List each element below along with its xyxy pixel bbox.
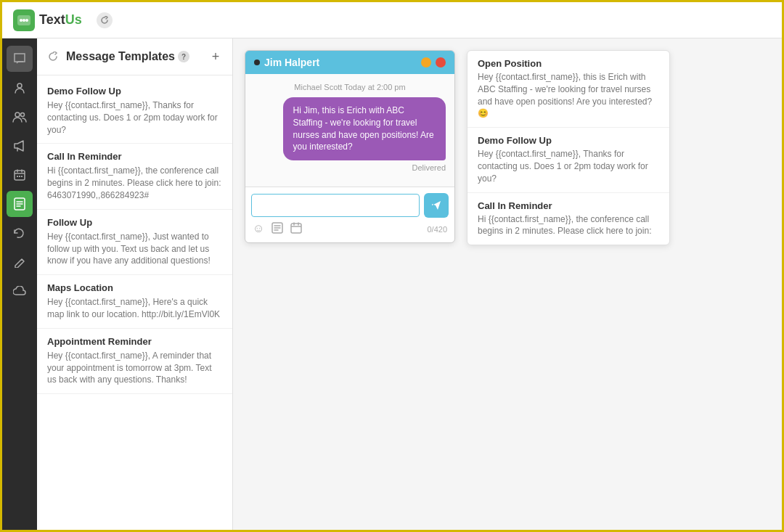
dropdown-item[interactable]: Call In Reminder Hi {{contact.first_name… xyxy=(467,193,669,245)
template-item[interactable]: Appointment Reminder ✏ 🗑 Hey {{contact.f… xyxy=(37,329,232,394)
chat-container: Jim Halpert Michael Scott Today at 2:00 … xyxy=(245,50,770,245)
template-name: Follow Up xyxy=(47,217,92,228)
template-name: Maps Location xyxy=(47,282,113,293)
dropdown-item-text: Hi {{contact.first_name}}, the conferenc… xyxy=(478,213,659,238)
top-bar-refresh-button[interactable] xyxy=(97,12,113,28)
template-item[interactable]: Call In Reminder ✏ 🗑 Hi {{contact.first_… xyxy=(37,144,232,209)
sidebar-nav xyxy=(2,38,37,532)
template-edit-icon[interactable]: ✏ xyxy=(200,282,208,293)
templates-info-icon[interactable]: ? xyxy=(178,51,189,62)
nav-item-pencil[interactable] xyxy=(7,249,33,275)
template-delete-icon[interactable]: 🗑 xyxy=(213,217,222,228)
emoji-icon[interactable]: ☺ xyxy=(253,222,264,237)
template-text: Hey {{contact.first_name}}, A reminder t… xyxy=(47,350,222,386)
chat-window-header: Jim Halpert xyxy=(245,51,454,74)
svg-rect-13 xyxy=(291,224,301,233)
message-bubble-sent: Hi Jim, this is Erich with ABC Staffing … xyxy=(283,97,446,160)
templates-refresh-button[interactable] xyxy=(46,49,60,64)
chat-toolbar: ☺ xyxy=(251,222,449,237)
dropdown-item-name: Demo Follow Up xyxy=(478,135,659,146)
char-count: 0/420 xyxy=(427,225,447,234)
dropdown-item-text: Hey {{contact.first_name}}, Thanks for c… xyxy=(478,148,659,184)
template-item-header: Demo Follow Up ✏ 🗑 xyxy=(47,86,222,97)
template-edit-icon[interactable]: ✏ xyxy=(200,336,208,347)
main-layout: Message Templates ? + Demo Follow Up ✏ 🗑 xyxy=(2,38,782,532)
dropdown-item-name: Call In Reminder xyxy=(478,200,659,211)
svg-rect-10 xyxy=(21,176,23,177)
chat-toolbar-left: ☺ xyxy=(253,222,302,237)
logo-icon xyxy=(13,9,35,31)
nav-item-calendar[interactable] xyxy=(7,162,33,188)
template-item-header: Call In Reminder ✏ 🗑 xyxy=(47,151,222,162)
svg-point-4 xyxy=(17,83,22,88)
nav-item-megaphone[interactable] xyxy=(7,133,33,159)
chat-send-button[interactable] xyxy=(424,193,449,218)
message-status: Delivered xyxy=(254,163,446,172)
template-delete-icon[interactable]: 🗑 xyxy=(213,86,222,97)
template-text: Hey {{contact.first_name}}, Here's a qui… xyxy=(47,296,222,321)
svg-point-3 xyxy=(25,19,28,22)
chat-dot xyxy=(254,60,260,65)
dropdown-item-name: Open Position xyxy=(478,58,659,69)
top-bar: TextUs xyxy=(2,2,782,38)
svg-point-6 xyxy=(21,113,25,117)
templates-panel: Message Templates ? + Demo Follow Up ✏ 🗑 xyxy=(37,38,233,532)
logo-text: TextUs xyxy=(39,12,82,28)
svg-point-2 xyxy=(23,19,25,22)
templates-dropdown: Open Position Hey {{contact.first_name}}… xyxy=(467,50,670,245)
close-button[interactable] xyxy=(436,57,446,67)
template-edit-icon[interactable]: ✏ xyxy=(200,86,208,97)
nav-item-templates[interactable] xyxy=(7,191,33,217)
dropdown-item-text: Hey {{contact.first_name}}, this is Eric… xyxy=(478,71,659,120)
template-delete-icon[interactable]: 🗑 xyxy=(213,336,222,347)
nav-item-undo[interactable] xyxy=(7,220,33,246)
chat-contact: Jim Halpert xyxy=(254,57,319,68)
template-delete-icon[interactable]: 🗑 xyxy=(213,282,222,293)
template-item[interactable]: Maps Location ✏ 🗑 Hey {{contact.first_na… xyxy=(37,275,232,329)
nav-item-person[interactable] xyxy=(7,75,33,101)
templates-add-button[interactable]: + xyxy=(208,49,224,65)
template-text: Hey {{contact.first_name}}, Just wanted … xyxy=(47,231,222,267)
template-text: Hey {{contact.first_name}}, Thanks for c… xyxy=(47,99,222,136)
svg-point-1 xyxy=(20,19,23,22)
dropdown-item[interactable]: Demo Follow Up Hey {{contact.first_name}… xyxy=(467,128,669,192)
template-name: Demo Follow Up xyxy=(47,86,121,97)
template-item-header: Maps Location ✏ 🗑 xyxy=(47,282,222,293)
template-item-header: Appointment Reminder ✏ 🗑 xyxy=(47,336,222,347)
template-edit-icon[interactable]: ✏ xyxy=(200,151,208,162)
template-name: Appointment Reminder xyxy=(47,336,152,347)
chat-area: Jim Halpert Michael Scott Today at 2:00 … xyxy=(233,38,782,532)
template-item[interactable]: Follow Up ✏ 🗑 Hey {{contact.first_name}}… xyxy=(37,210,232,275)
chat-messages: Michael Scott Today at 2:00 pm Hi Jim, t… xyxy=(245,74,454,187)
svg-rect-9 xyxy=(19,176,20,177)
templates-list: Demo Follow Up ✏ 🗑 Hey {{contact.first_n… xyxy=(37,75,232,532)
calendar-icon[interactable] xyxy=(290,222,302,237)
template-edit-icon[interactable]: ✏ xyxy=(200,217,208,228)
chat-window: Jim Halpert Michael Scott Today at 2:00 … xyxy=(245,50,455,243)
templates-header: Message Templates ? + xyxy=(37,38,232,75)
nav-item-cloud[interactable] xyxy=(7,278,33,304)
nav-item-group[interactable] xyxy=(7,104,33,130)
chat-input-row xyxy=(251,193,449,218)
template-text: Hi {{contact.first_name}}, the conferenc… xyxy=(47,165,222,201)
dropdown-item[interactable]: Open Position Hey {{contact.first_name}}… xyxy=(467,51,669,128)
nav-item-chat[interactable] xyxy=(7,46,33,72)
message-meta: Michael Scott Today at 2:00 pm xyxy=(254,83,446,91)
chat-input[interactable] xyxy=(251,194,420,217)
svg-rect-8 xyxy=(17,176,18,177)
chat-contact-name: Jim Halpert xyxy=(264,57,319,68)
chat-input-area: ☺ xyxy=(245,187,454,242)
template-name: Call In Reminder xyxy=(47,151,122,162)
minimize-button[interactable] xyxy=(421,57,431,67)
logo: TextUs xyxy=(13,9,82,31)
template-icon[interactable] xyxy=(271,222,283,237)
svg-point-5 xyxy=(15,112,20,117)
chat-window-controls xyxy=(421,57,446,67)
template-delete-icon[interactable]: 🗑 xyxy=(213,151,222,162)
svg-rect-7 xyxy=(15,171,25,180)
templates-title: Message Templates ? xyxy=(66,50,202,63)
template-item[interactable]: Demo Follow Up ✏ 🗑 Hey {{contact.first_n… xyxy=(37,78,232,144)
template-item-header: Follow Up ✏ 🗑 xyxy=(47,217,222,228)
